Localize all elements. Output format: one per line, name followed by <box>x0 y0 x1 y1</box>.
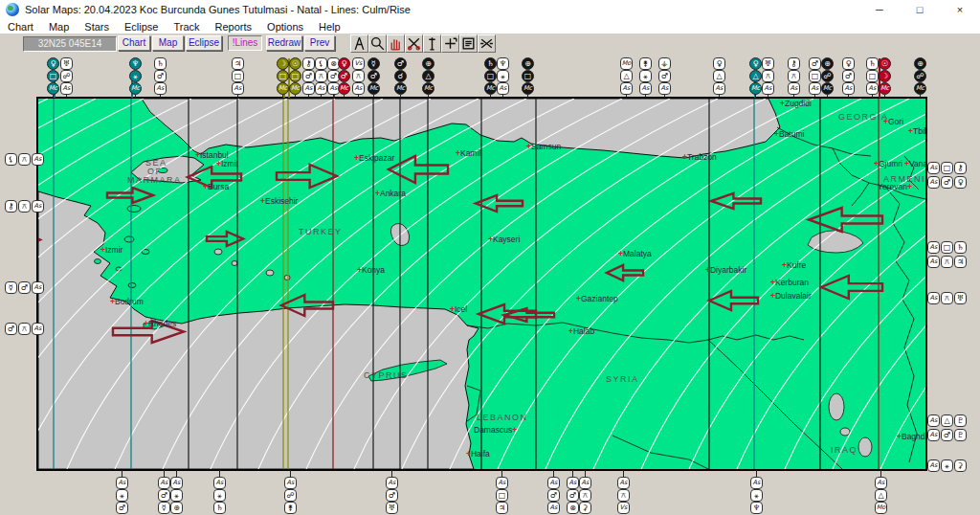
glyph-chip: ♅ <box>386 502 398 514</box>
glyph-chip: ⚻ <box>18 153 31 166</box>
menu-help[interactable]: Help <box>311 19 348 34</box>
distance-tool-icon[interactable] <box>350 34 368 53</box>
region-label: IRAQ <box>831 445 858 455</box>
chart-button[interactable]: Chart <box>118 35 150 51</box>
menu-eclipse[interactable]: Eclipse <box>117 19 166 34</box>
minimize-button[interactable]: ─ <box>859 0 900 19</box>
glyph-chip: ☉ <box>289 57 301 70</box>
report-tool-icon[interactable] <box>459 34 478 53</box>
line-stub <box>880 470 881 477</box>
glyph-chip: As <box>302 82 315 95</box>
glyph-chip: ⚹ <box>750 489 763 502</box>
glyph-chip: As <box>788 82 800 95</box>
glyph-chip: As <box>927 429 940 441</box>
glyph-chip: ☽ <box>277 57 289 70</box>
glyph-chip: ☿ <box>5 281 17 294</box>
glyph-chip: ☍ <box>284 489 297 502</box>
glyph-chip: ⊕ <box>914 57 926 70</box>
window-controls: ─□× <box>859 0 980 19</box>
glyph-chip: Mc <box>879 82 891 95</box>
glyph-chip: As <box>284 477 297 489</box>
menu-chart[interactable]: Chart <box>0 19 41 34</box>
line-stub <box>879 58 880 98</box>
city-label: +Izmit <box>216 159 239 168</box>
crosshair-tool-icon[interactable] <box>441 34 459 53</box>
glyph-chip: △ <box>749 70 762 82</box>
menu-map[interactable]: Map <box>41 19 77 34</box>
glyph-chip: □ <box>232 70 244 82</box>
glyph-chip: ♀ <box>842 57 855 70</box>
maximize-button[interactable]: □ <box>900 0 940 19</box>
line-stub <box>585 470 586 477</box>
city-label: +Gaziantep <box>576 294 618 303</box>
cut-tool-icon[interactable] <box>405 34 423 53</box>
city-label: +Bodrum <box>110 297 144 306</box>
glyph-chip: □ <box>277 70 289 82</box>
glyph-chip: As <box>579 477 591 489</box>
glyph-chip: As <box>866 82 879 95</box>
city-label: +Vanadz <box>904 159 925 168</box>
glyph-chip: ♂ <box>338 70 350 82</box>
glyph-chip: ♀ <box>47 57 59 70</box>
glyph-chip: ♃ <box>496 502 508 514</box>
glyph-chip: As <box>496 477 508 489</box>
glyph-chip: ♄ <box>954 241 967 254</box>
menu-reports[interactable]: Reports <box>208 19 260 34</box>
toolbar: 32N25 045E14 ChartMapEclipse!LinesRedraw… <box>0 34 980 56</box>
prev-button[interactable]: Prev <box>304 35 335 51</box>
glyph-chip: ☍ <box>821 70 834 82</box>
glyph-chip: ♂ <box>567 489 579 502</box>
menu-options[interactable]: Options <box>259 19 311 34</box>
city-label: +Kerburan <box>770 278 809 287</box>
line-stub <box>283 58 285 98</box>
lines-button[interactable]: !Lines <box>228 35 262 51</box>
glyph-chip: □ <box>809 70 821 82</box>
glyph-chip: ♂ <box>842 70 855 82</box>
glyph-chip: ♃ <box>954 256 967 268</box>
line-stub <box>333 58 335 98</box>
city-label: +Kufre <box>782 260 807 270</box>
menu-stars[interactable]: Stars <box>77 19 117 34</box>
glyph-chip: ⚹ <box>497 70 509 82</box>
line-stub <box>290 470 291 477</box>
city-label: +Icel <box>450 304 467 314</box>
region-label: GEORGIA <box>838 112 889 122</box>
city-label: +Kamil <box>456 148 480 158</box>
glyph-chip: ⚻ <box>941 256 953 268</box>
line-stub <box>122 470 122 477</box>
glyph-chip: ♆ <box>750 502 763 514</box>
pan-tool-icon[interactable] <box>387 34 405 53</box>
redraw-button[interactable]: Redraw <box>266 35 302 51</box>
zoom-tool-icon[interactable] <box>368 34 387 53</box>
clamp-tool-icon[interactable] <box>423 34 441 53</box>
glyph-chip: As <box>658 82 671 95</box>
menu-track[interactable]: Track <box>166 19 207 34</box>
line-stub <box>219 470 220 477</box>
glyph-chip: ♆ <box>497 57 509 70</box>
glyph-chip: Mc <box>484 82 497 95</box>
glyph-chip: As <box>927 162 940 174</box>
glyph-chip: △ <box>875 489 887 502</box>
glyph-chip: ⚳ <box>954 459 967 472</box>
glyph-chip: △ <box>941 414 953 427</box>
glyph-chip: Mo <box>620 57 633 70</box>
map-button[interactable]: Map <box>152 35 184 51</box>
glyph-chip: As <box>875 477 887 489</box>
window-title: Solar Maps: 20.04.2023 Koc Burcunda Gune… <box>25 4 411 15</box>
city-label: +Diyarbakir <box>705 265 746 275</box>
glyph-chip: ⚸ <box>5 153 17 166</box>
eclipse-button[interactable]: Eclipse <box>186 35 222 51</box>
map-canvas[interactable]: SEAOFMARMARATURKEYCYPRUSSYRIALEBANONGEOR… <box>38 99 925 469</box>
glyph-chip: ♅ <box>762 57 774 70</box>
glyph-chip: □ <box>866 70 879 82</box>
city-label: +Izmir <box>100 245 123 255</box>
app-icon <box>6 3 19 16</box>
close-button[interactable]: × <box>940 0 980 19</box>
glyph-chip: ♄ <box>866 57 879 70</box>
glyph-chip: ⚻ <box>617 489 630 502</box>
title-bar: Solar Maps: 20.04.2023 Koc Burcunda Gune… <box>0 0 980 19</box>
glyph-chip: As <box>154 82 167 95</box>
reset-tool-icon[interactable] <box>478 34 496 53</box>
city-label: +Dulavalair <box>770 291 812 301</box>
city-label: +Rhodes <box>144 319 176 328</box>
